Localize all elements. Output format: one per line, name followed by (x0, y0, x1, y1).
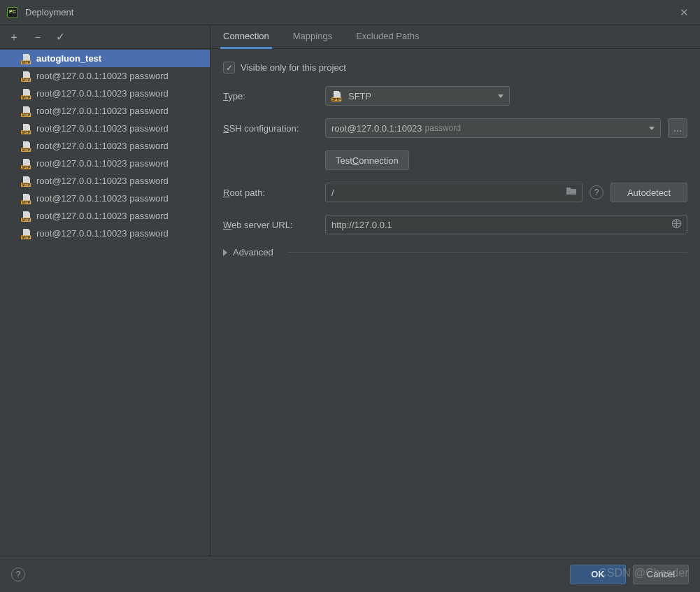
type-label: Type: (223, 91, 318, 101)
server-list: autogluon_testroot@127.0.0.1:10023 passw… (0, 49, 210, 556)
sidebar-item-label: root@127.0.0.1:10023 password (36, 141, 169, 151)
sidebar-item[interactable]: autogluon_test (0, 50, 210, 67)
chevron-down-icon (498, 94, 503, 98)
advanced-section-toggle[interactable]: Advanced (223, 247, 687, 265)
sftp-icon (21, 54, 32, 64)
help-icon[interactable]: ? (590, 185, 603, 199)
window-title: Deployment (25, 7, 73, 17)
tab-connection[interactable]: Connection (220, 31, 272, 49)
globe-icon[interactable] (671, 218, 682, 231)
visible-only-label: Visible only for this project (241, 62, 346, 73)
add-button[interactable]: ＋ (8, 31, 20, 43)
sidebar-item[interactable]: root@127.0.0.1:10023 password (0, 190, 210, 207)
sidebar-item[interactable]: root@127.0.0.1:10023 password (0, 137, 210, 155)
root-path-label: Root path: (223, 188, 318, 198)
titlebar: Deployment ✕ (0, 0, 700, 25)
sidebar-item[interactable]: root@127.0.0.1:10023 password (0, 225, 210, 242)
root-path-input[interactable]: / (325, 183, 583, 202)
sidebar: ＋ － ✓ autogluon_testroot@127.0.0.1:10023… (0, 25, 210, 556)
ssh-config-dropdown[interactable]: root@127.0.0.1:10023 password (325, 118, 661, 138)
sftp-icon (21, 89, 32, 99)
sidebar-item-label: root@127.0.0.1:10023 password (36, 71, 169, 81)
cancel-button[interactable]: Cancel (633, 565, 689, 584)
autodetect-button[interactable]: Autodetect (610, 183, 687, 202)
set-default-button[interactable]: ✓ (56, 31, 65, 43)
sftp-icon (21, 194, 32, 204)
sftp-icon (21, 159, 32, 169)
sftp-icon (21, 176, 32, 186)
sidebar-item[interactable]: root@127.0.0.1:10023 password (0, 85, 210, 102)
expand-arrow-icon (223, 249, 227, 256)
close-icon[interactable]: ✕ (676, 3, 693, 22)
remove-button[interactable]: － (32, 31, 43, 43)
web-url-value: http://127.0.0.1 (331, 220, 392, 230)
main-panel: Connection Mappings Excluded Paths Visib… (210, 25, 700, 556)
dialog-footer: ? OK Cancel (0, 556, 700, 592)
help-button[interactable]: ? (11, 568, 25, 582)
sidebar-item[interactable]: root@127.0.0.1:10023 password (0, 120, 210, 137)
sftp-icon (331, 91, 343, 101)
ssh-config-label: SSH configuration: (223, 123, 318, 134)
sidebar-item-label: root@127.0.0.1:10023 password (36, 228, 169, 239)
ssh-browse-button[interactable]: … (668, 118, 687, 138)
sftp-icon (21, 141, 32, 151)
tab-mappings[interactable]: Mappings (290, 31, 335, 49)
sidebar-item-label: root@127.0.0.1:10023 password (36, 106, 169, 116)
sftp-icon (21, 71, 32, 81)
sidebar-item-label: root@127.0.0.1:10023 password (36, 193, 169, 204)
sidebar-item[interactable]: root@127.0.0.1:10023 password (0, 155, 210, 172)
sidebar-item-label: root@127.0.0.1:10023 password (36, 123, 169, 134)
app-icon (7, 7, 18, 18)
root-path-value: / (331, 188, 334, 198)
web-url-label: Web server URL: (223, 220, 318, 230)
folder-icon[interactable] (566, 186, 577, 198)
ssh-config-value: root@127.0.0.1:10023 (331, 123, 422, 134)
sidebar-item[interactable]: root@127.0.0.1:10023 password (0, 102, 210, 120)
sidebar-item[interactable]: root@127.0.0.1:10023 password (0, 172, 210, 190)
sftp-icon (21, 211, 32, 221)
sftp-icon (21, 106, 32, 116)
sidebar-item-label: root@127.0.0.1:10023 password (36, 158, 169, 169)
test-connection-button[interactable]: Test Connection (325, 150, 409, 170)
sidebar-item[interactable]: root@127.0.0.1:10023 password (0, 207, 210, 225)
tab-excluded-paths[interactable]: Excluded Paths (353, 31, 422, 49)
tab-bar: Connection Mappings Excluded Paths (210, 25, 700, 49)
advanced-label: Advanced (233, 247, 273, 258)
sidebar-item-label: autogluon_test (36, 53, 101, 64)
separator (287, 252, 687, 253)
type-dropdown[interactable]: SFTP (325, 86, 510, 106)
chevron-down-icon (649, 127, 655, 130)
sidebar-toolbar: ＋ － ✓ (0, 25, 210, 49)
web-url-input[interactable]: http://127.0.0.1 (325, 215, 687, 234)
type-value: SFTP (348, 91, 371, 101)
sftp-icon (21, 229, 32, 239)
sidebar-item-label: root@127.0.0.1:10023 password (36, 88, 169, 99)
sidebar-item-label: root@127.0.0.1:10023 password (36, 176, 169, 186)
ok-button[interactable]: OK (570, 565, 626, 584)
sidebar-item-label: root@127.0.0.1:10023 password (36, 211, 169, 221)
visible-only-checkbox[interactable] (223, 62, 235, 73)
ssh-auth-hint: password (425, 123, 461, 133)
sftp-icon (21, 124, 32, 134)
sidebar-item[interactable]: root@127.0.0.1:10023 password (0, 67, 210, 85)
